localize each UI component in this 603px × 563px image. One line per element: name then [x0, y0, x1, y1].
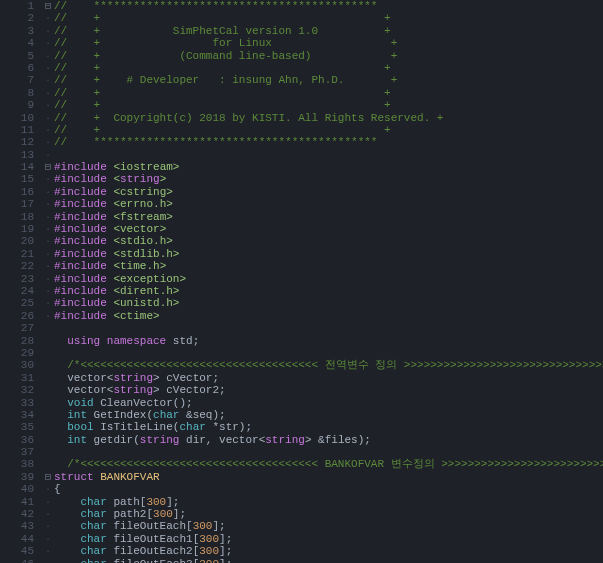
code-line[interactable]: // + + [54, 12, 603, 24]
code-line[interactable] [54, 347, 603, 359]
code-line[interactable]: // *************************************… [54, 0, 603, 12]
line-number: 15 [0, 173, 34, 185]
line-number: 44 [0, 533, 34, 545]
code-line[interactable]: /*<<<<<<<<<<<<<<<<<<<<<<<<<<<<<<<<<<<< B… [54, 458, 603, 470]
code-line[interactable]: char path[300]; [54, 496, 603, 508]
line-number: 10 [0, 112, 34, 124]
fold-guide: · [42, 198, 54, 210]
code-line[interactable]: struct BANKOFVAR [54, 471, 603, 483]
code-line[interactable]: #include <ctime> [54, 310, 603, 322]
line-number: 17 [0, 198, 34, 210]
code-line[interactable] [54, 149, 603, 161]
fold-guide: · [42, 520, 54, 532]
line-number: 45 [0, 545, 34, 557]
code-line[interactable]: int getdir(string dir, vector<string> &f… [54, 434, 603, 446]
code-line[interactable]: #include <iostream> [54, 161, 603, 173]
fold-toggle-icon[interactable]: ⊟ [42, 0, 54, 12]
code-line[interactable]: // *************************************… [54, 136, 603, 148]
code-line[interactable]: using namespace std; [54, 335, 603, 347]
line-number: 40 [0, 483, 34, 495]
fold-guide: · [42, 87, 54, 99]
line-number: 28 [0, 335, 34, 347]
line-number: 12 [0, 136, 34, 148]
line-number: 20 [0, 235, 34, 247]
fold-guide [42, 446, 54, 458]
fold-guide: · [42, 533, 54, 545]
code-line[interactable]: bool IsTitleLine(char *str); [54, 421, 603, 433]
code-line[interactable]: void CleanVector(); [54, 397, 603, 409]
code-line[interactable]: /*<<<<<<<<<<<<<<<<<<<<<<<<<<<<<<<<<<<< 전… [54, 359, 603, 371]
code-line[interactable]: // + # Developer : insung Ahn, Ph.D. + [54, 74, 603, 86]
line-number-gutter: 1234567891011121314151617181920212223242… [0, 0, 42, 563]
code-line[interactable] [54, 446, 603, 458]
code-area[interactable]: // *************************************… [54, 0, 603, 563]
line-number: 11 [0, 124, 34, 136]
fold-guide: · [42, 496, 54, 508]
line-number: 27 [0, 322, 34, 334]
code-line[interactable] [54, 322, 603, 334]
line-number: 21 [0, 248, 34, 260]
code-line[interactable]: #include <stdlib.h> [54, 248, 603, 260]
fold-guide [42, 372, 54, 384]
code-line[interactable]: // + + [54, 99, 603, 111]
fold-guide: · [42, 112, 54, 124]
line-number: 41 [0, 496, 34, 508]
fold-column[interactable]: ⊟············⊟············⊟······· [42, 0, 54, 563]
code-line[interactable]: #include <exception> [54, 273, 603, 285]
line-number: 22 [0, 260, 34, 272]
line-number: 24 [0, 285, 34, 297]
fold-guide: · [42, 173, 54, 185]
code-line[interactable]: char fileOutEach3[300]; [54, 558, 603, 563]
fold-guide: · [42, 74, 54, 86]
fold-guide [42, 384, 54, 396]
code-line[interactable]: #include <string> [54, 173, 603, 185]
code-line[interactable]: // + + [54, 87, 603, 99]
fold-guide: · [42, 136, 54, 148]
code-line[interactable]: #include <unistd.h> [54, 297, 603, 309]
code-line[interactable]: char fileOutEach1[300]; [54, 533, 603, 545]
code-line[interactable]: // + + [54, 124, 603, 136]
code-line[interactable]: // + SimPhetCal version 1.0 + [54, 25, 603, 37]
code-line[interactable]: #include <vector> [54, 223, 603, 235]
code-line[interactable]: // + for Linux + [54, 37, 603, 49]
code-line[interactable]: vector<string> cVector; [54, 372, 603, 384]
line-number: 35 [0, 421, 34, 433]
fold-toggle-icon[interactable]: ⊟ [42, 471, 54, 483]
code-line[interactable]: // + (Command line-based) + [54, 50, 603, 62]
line-number: 13 [0, 149, 34, 161]
code-line[interactable]: char fileOutEach[300]; [54, 520, 603, 532]
code-line[interactable]: #include <stdio.h> [54, 235, 603, 247]
code-line[interactable]: int GetIndex(char &seq); [54, 409, 603, 421]
line-number: 37 [0, 446, 34, 458]
fold-guide: · [42, 558, 54, 563]
code-line[interactable]: { [54, 483, 603, 495]
code-line[interactable]: #include <errno.h> [54, 198, 603, 210]
line-number: 8 [0, 87, 34, 99]
code-line[interactable]: #include <time.h> [54, 260, 603, 272]
code-line[interactable]: // + + [54, 62, 603, 74]
fold-guide: · [42, 310, 54, 322]
fold-guide: · [42, 37, 54, 49]
fold-guide [42, 409, 54, 421]
code-line[interactable]: #include <dirent.h> [54, 285, 603, 297]
fold-toggle-icon[interactable]: ⊟ [42, 161, 54, 173]
fold-guide: · [42, 483, 54, 495]
code-editor[interactable]: 1234567891011121314151617181920212223242… [0, 0, 603, 563]
code-line[interactable]: #include <cstring> [54, 186, 603, 198]
line-number: 3 [0, 25, 34, 37]
fold-guide: · [42, 297, 54, 309]
line-number: 25 [0, 297, 34, 309]
code-line[interactable]: char path2[300]; [54, 508, 603, 520]
fold-guide: · [42, 211, 54, 223]
line-number: 7 [0, 74, 34, 86]
code-line[interactable]: vector<string> cVector2; [54, 384, 603, 396]
fold-guide: · [42, 50, 54, 62]
fold-guide: · [42, 248, 54, 260]
line-number: 9 [0, 99, 34, 111]
code-line[interactable]: // + Copyright(c) 2018 by KISTI. All Rig… [54, 112, 603, 124]
code-line[interactable]: char fileOutEach2[300]; [54, 545, 603, 557]
code-line[interactable]: #include <fstream> [54, 211, 603, 223]
line-number: 6 [0, 62, 34, 74]
fold-guide: · [42, 99, 54, 111]
fold-guide [42, 458, 54, 470]
